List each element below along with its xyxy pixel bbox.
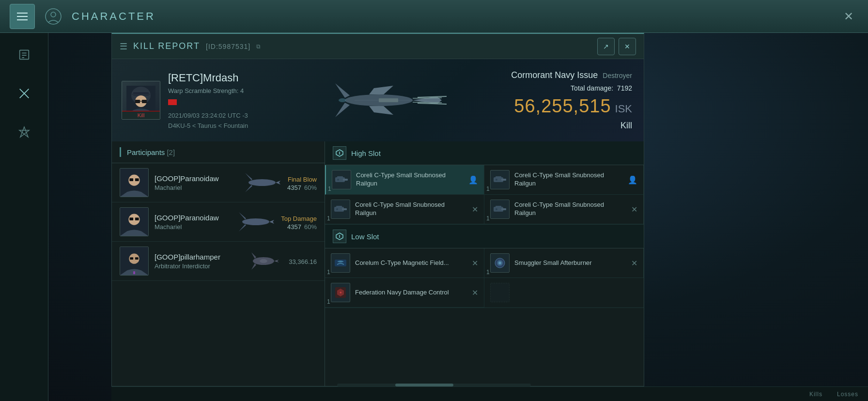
participant-item[interactable]: [GOOP]Paranoidaw Machariel [112,202,325,242]
svg-point-42 [242,218,269,225]
svg-rect-24 [379,98,398,102]
sidebar-bio-icon[interactable] [12,43,36,67]
svg-line-26 [418,96,447,97]
module-icon-railgun [331,200,350,219]
svg-point-0 [46,9,61,24]
participant-ship: Machariel [155,184,237,191]
isk-value: 56,255,515 [514,96,611,117]
module-item[interactable]: 1 ✦ Federation Navy Damage Control ✕ [325,278,484,308]
svg-marker-22 [369,106,393,115]
svg-marker-43 [269,220,274,224]
svg-rect-72 [496,206,501,208]
isk-label: ISK [615,103,632,115]
svg-rect-68 [336,206,342,208]
participant-ship-img [243,170,281,195]
kills-button[interactable]: Kills [809,391,822,398]
svg-marker-44 [239,212,246,219]
kr-menu-icon[interactable]: ☰ [120,41,127,52]
high-slot-title: High Slot [351,149,381,157]
svg-rect-50 [133,271,135,274]
participant-item[interactable]: [GOOP]pillarhamper Arbitrator Interdicto… [112,242,325,281]
kill-datetime: 2021/09/03 23:24:02 UTC -3 [168,112,248,119]
module-person-button[interactable]: 👤 [628,175,637,185]
module-qty: 1 [327,269,330,276]
pilot-info: [RETC]Mrdash Warp Scramble Strength: 4 2… [168,72,248,129]
module-close-button[interactable]: ✕ [472,288,478,297]
low-slot-icon [333,230,346,243]
top-damage-label: Top Damage [281,215,317,222]
total-damage-label: Total damage: [571,84,613,92]
svg-rect-14 [135,100,140,103]
participants-count: [2] [167,148,175,156]
losses-button[interactable]: Losses [837,391,858,398]
svg-marker-19 [335,83,350,98]
svg-rect-15 [142,100,147,103]
module-icon-railgun [490,200,510,219]
ship-display [258,59,499,141]
module-item[interactable]: 1 Coreli C-Type Small Snubnosed Railgun … [484,195,644,224]
module-close-button[interactable]: ✕ [472,205,478,214]
svg-rect-12 [131,93,151,95]
module-close-button[interactable]: ✕ [631,259,637,268]
module-item[interactable]: 1 Coreli C-Type Small Snubnosed Railgun … [484,165,644,195]
participant-info: [GOOP]pillarhamper Arbitrator Interdicto… [155,253,238,270]
svg-line-28 [413,98,442,98]
participant-info: [GOOP]Paranoidaw Machariel [155,174,237,191]
module-qty: 1 [486,269,490,276]
participant-item[interactable]: [GOOP]Paranoidaw Machariel [112,163,325,202]
kill-location: D4KU-5 < Taurus < Fountain [168,122,248,129]
damage-percent: 60% [304,184,317,191]
ship-class: Destroyer [603,72,632,79]
module-item[interactable]: 1 Corelum C-Type Magnetic Field... ✕ [325,248,484,278]
character-logo [45,8,62,25]
module-person-button[interactable]: 👤 [468,175,478,185]
svg-rect-60 [337,176,343,178]
participant-avatar [120,207,149,236]
svg-rect-59 [343,179,348,181]
scrollbar-track [337,384,531,386]
module-item[interactable]: 1 Coreli C-Type Small Snubnosed Railgun … [325,165,484,195]
low-slot-header: Low Slot [325,225,644,248]
svg-marker-45 [239,224,246,231]
module-item[interactable]: 1 Smuggler Small Afterburner ✕ [484,248,644,278]
low-slot-title: Low Slot [351,232,379,241]
module-item[interactable]: 1 Coreli C-Type Small Snubnosed Railgun … [325,195,484,224]
kill-info-section: Kill [RETC]Mrdash Warp Scramble Strength… [112,59,644,141]
scrollbar-thumb[interactable] [395,384,453,386]
participant-ship-img [236,210,275,234]
kr-close-button[interactable]: ✕ [619,38,636,55]
kr-copy-icon[interactable]: ⧉ [256,43,261,50]
module-close-button[interactable]: ✕ [472,259,478,268]
svg-rect-67 [342,208,347,210]
svg-marker-21 [369,86,393,94]
svg-marker-52 [274,260,279,262]
participant-ship: Machariel [155,223,231,231]
kr-export-button[interactable]: ↗ [597,38,615,55]
kill-report-panel: ☰ KILL REPORT [ID:5987531] ⧉ ↗ ✕ [111,33,644,386]
svg-rect-63 [501,179,506,181]
app-title: CHARACTER [72,10,155,23]
module-name: Corelum C-Type Magnetic Field... [355,259,467,267]
menu-button[interactable] [10,4,35,29]
module-qty: 1 [327,298,330,305]
kr-actions: ↗ ✕ [597,38,636,55]
sidebar-star-icon[interactable] [12,120,36,144]
module-close-button[interactable]: ✕ [631,205,637,214]
participants-title: Participants [127,148,165,156]
svg-point-79 [498,262,501,264]
sidebar-combat-icon[interactable] [12,81,36,106]
svg-line-27 [418,103,447,104]
svg-text:✦: ✦ [339,291,342,295]
damage-value: 4357 [287,223,301,231]
svg-point-61 [337,179,339,181]
svg-marker-8 [19,127,29,137]
warp-scramble: Warp Scramble Strength: 4 [168,87,248,94]
svg-rect-40 [129,217,133,220]
ship-name-line: Cormorant Navy Issue Destroyer [511,70,632,80]
svg-rect-41 [135,217,139,220]
svg-marker-35 [276,181,280,185]
window-close-button[interactable]: ✕ [839,7,858,26]
header-pipe [120,147,121,157]
module-name: Coreli C-Type Small Snubnosed Railgun [514,201,626,217]
kr-id: [ID:5987531] [206,43,250,50]
